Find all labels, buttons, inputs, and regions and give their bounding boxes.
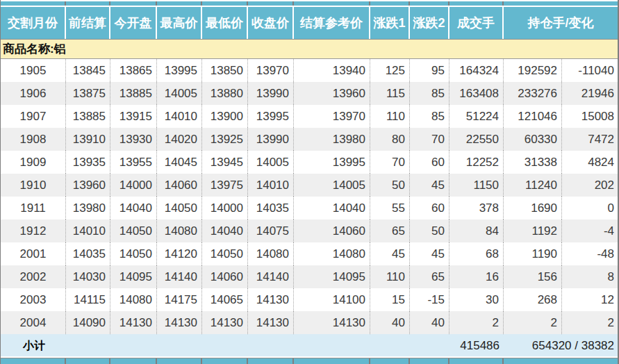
value-cell: 13880: [202, 82, 248, 105]
table-row-1906[interactable]: 1906138751388514005138801399013960115851…: [1, 82, 618, 105]
value-cell: 110: [370, 105, 410, 128]
column-header-8: 涨跌2: [410, 7, 449, 39]
value-cell: 14040: [110, 197, 157, 220]
value-cell: 202: [562, 174, 618, 197]
header-sliver-cell: [1, 358, 66, 364]
futures-quotes-table: 交割月份前结算今开盘最高价最低价收盘价结算参考价涨跌1涨跌2成交手持仓手/变化 …: [0, 0, 619, 364]
header-sliver-cell: [248, 1, 294, 6]
subtotal-volume-total: 415486: [449, 334, 504, 357]
table-row-2003[interactable]: 200314115140801417514065141301410015-153…: [1, 288, 618, 311]
value-cell: 55: [370, 197, 410, 220]
month-cell: 1912: [1, 220, 66, 242]
value-cell: 14140: [248, 265, 294, 288]
table-row-2002[interactable]: 2002140301409514140140601414014095110651…: [1, 265, 618, 288]
column-header-7: 涨跌1: [370, 7, 410, 39]
value-cell: 13960: [66, 174, 110, 197]
table-row-1911[interactable]: 1911139801404014050140001403514040556037…: [1, 197, 618, 220]
value-cell: 40: [410, 311, 449, 334]
value-cell: 115: [370, 82, 410, 105]
value-cell: 14050: [202, 242, 248, 265]
value-cell: 11240: [504, 174, 562, 197]
table-row-2001[interactable]: 2001140351405014120140501408014080454568…: [1, 242, 618, 265]
value-cell: 40: [370, 311, 410, 334]
column-header-2: 今开盘: [110, 7, 157, 39]
table-body: 1905138451386513995138501397013940125951…: [1, 59, 618, 334]
value-cell: 13940: [294, 59, 370, 82]
value-cell: 51224: [449, 105, 504, 128]
next-section-header-sliver: [1, 358, 618, 364]
value-cell: 14130: [294, 311, 370, 334]
value-cell: 14065: [202, 288, 248, 311]
value-cell: 14050: [110, 242, 157, 265]
header-sliver-cell: [294, 1, 370, 6]
table-row-1908[interactable]: 1908139101393014020139251399013980807022…: [1, 128, 618, 151]
value-cell: -11040: [562, 59, 618, 82]
value-cell: 12: [562, 288, 618, 311]
value-cell: 14130: [248, 288, 294, 311]
value-cell: 85: [410, 82, 449, 105]
value-cell: 65: [370, 220, 410, 242]
table-row-1905[interactable]: 1905138451386513995138501397013940125951…: [1, 59, 618, 82]
value-cell: 14060: [157, 174, 202, 197]
value-cell: 85: [410, 105, 449, 128]
header-sliver-cell: [66, 358, 110, 364]
column-header-6: 结算参考价: [294, 7, 370, 39]
value-cell: 1192: [504, 220, 562, 242]
value-cell: 14040: [294, 197, 370, 220]
header-sliver-cell: [410, 358, 449, 364]
header-sliver-cell: [110, 358, 157, 364]
table-row-1910[interactable]: 1910139601400014060139751401014005504511…: [1, 174, 618, 197]
column-header-0: 交割月份: [1, 7, 66, 39]
value-cell: 13885: [110, 82, 157, 105]
value-cell: 125: [370, 59, 410, 82]
table-row-1912[interactable]: 1912140101405014080140401407514060655084…: [1, 220, 618, 242]
value-cell: 14035: [248, 197, 294, 220]
value-cell: 14090: [66, 311, 110, 334]
value-cell: 15008: [562, 105, 618, 128]
value-cell: 13995: [157, 59, 202, 82]
value-cell: 13980: [294, 128, 370, 151]
value-cell: 13925: [202, 128, 248, 151]
table-row-2004[interactable]: 2004140901413014130141301413014130404022…: [1, 311, 618, 334]
column-header-3: 最高价: [157, 7, 202, 39]
header-sliver-cell: [449, 358, 504, 364]
value-cell: 13995: [248, 105, 294, 128]
value-cell: 2: [449, 311, 504, 334]
value-cell: 14010: [248, 174, 294, 197]
month-cell: 2004: [1, 311, 66, 334]
value-cell: 13885: [66, 105, 110, 128]
value-cell: 4824: [562, 151, 618, 174]
value-cell: 21946: [562, 82, 618, 105]
value-cell: 80: [370, 128, 410, 151]
header-sliver-cell: [202, 1, 248, 6]
value-cell: 13975: [202, 174, 248, 197]
value-cell: 95: [410, 59, 449, 82]
value-cell: 50: [410, 220, 449, 242]
value-cell: 2: [504, 311, 562, 334]
value-cell: 13875: [66, 82, 110, 105]
subtotal-row: 小计 415486 654320 / 38382: [1, 334, 618, 358]
value-cell: 110: [370, 265, 410, 288]
month-cell: 2003: [1, 288, 66, 311]
value-cell: 13900: [202, 105, 248, 128]
value-cell: 12252: [449, 151, 504, 174]
table-row-1907[interactable]: 1907138851391514010139001399513970110855…: [1, 105, 618, 128]
value-cell: 13970: [248, 59, 294, 82]
value-cell: 50: [370, 174, 410, 197]
value-cell: 13850: [202, 59, 248, 82]
value-cell: 164324: [449, 59, 504, 82]
column-header-5: 收盘价: [248, 7, 294, 39]
value-cell: 13955: [110, 151, 157, 174]
value-cell: 70: [370, 151, 410, 174]
value-cell: 14130: [157, 311, 202, 334]
value-cell: 14010: [157, 105, 202, 128]
header-sliver-cell: [248, 358, 294, 364]
value-cell: -4: [562, 220, 618, 242]
table-row-1909[interactable]: 1909139351395514045139451400513995706012…: [1, 151, 618, 174]
value-cell: 14080: [294, 242, 370, 265]
month-cell: 1910: [1, 174, 66, 197]
value-cell: 13915: [110, 105, 157, 128]
value-cell: 13845: [66, 59, 110, 82]
month-cell: 1907: [1, 105, 66, 128]
value-cell: 13910: [66, 128, 110, 151]
